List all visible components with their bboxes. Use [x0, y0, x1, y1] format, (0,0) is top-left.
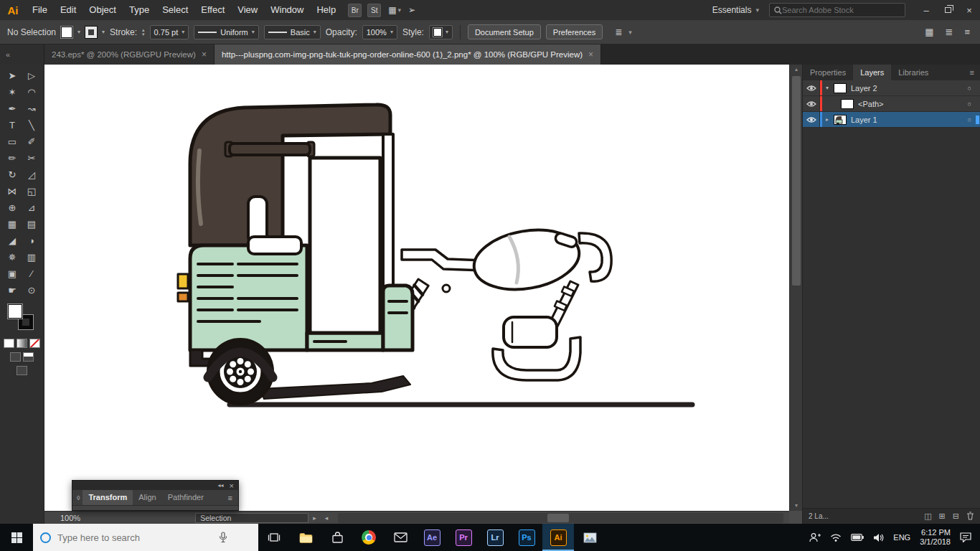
blend-tool[interactable]: ◑	[22, 232, 42, 249]
rotate-tool[interactable]: ↻	[3, 166, 22, 183]
pencil-tool[interactable]: ✏	[3, 150, 22, 166]
gradient-tool[interactable]: ▤	[22, 216, 42, 232]
scale-tool[interactable]: ◿	[22, 166, 42, 183]
stroke-weight-caret-icon[interactable]: ▾	[182, 29, 184, 35]
menu-view[interactable]: View	[231, 0, 264, 20]
layer-thumbnail[interactable]	[834, 115, 847, 125]
illustrator-app[interactable]: Ai	[542, 524, 574, 551]
underbody-skid[interactable]	[260, 376, 410, 399]
spring-bolt[interactable]	[443, 285, 450, 292]
close-button[interactable]: ×	[958, 0, 980, 20]
style-dropdown[interactable]: ▾	[429, 25, 453, 39]
eyedropper-tool[interactable]: ◢	[3, 232, 22, 249]
bridge-icon[interactable]: Br	[348, 4, 362, 17]
arrange-documents-icon[interactable]: ▦	[388, 5, 396, 15]
premiere-app[interactable]: Pr	[448, 524, 479, 551]
layer-target-icon[interactable]: ○	[968, 116, 971, 123]
stroke-caret-icon[interactable]: ▾	[102, 29, 105, 35]
pen-tool[interactable]: ✒	[3, 100, 22, 117]
document-setup-button[interactable]: Document Setup	[468, 24, 541, 39]
align-options-caret-icon[interactable]: ▾	[628, 29, 632, 36]
taskbar-search[interactable]	[33, 524, 258, 551]
align-options-icon[interactable]: ≣	[615, 27, 622, 37]
volume-icon[interactable]	[873, 533, 884, 542]
horizontal-scroll-thumb[interactable]	[547, 514, 569, 522]
seat-base[interactable]	[248, 237, 301, 254]
tab-scroll-left[interactable]: «	[0, 44, 44, 65]
store-app[interactable]	[321, 524, 353, 551]
taskbar-search-input[interactable]	[57, 532, 212, 543]
shape-builder-tool[interactable]: ⊕	[3, 199, 22, 216]
network-icon[interactable]	[830, 533, 842, 542]
stroke-swatch[interactable]	[85, 27, 97, 38]
layer-thumbnail[interactable]	[834, 83, 847, 93]
type-tool[interactable]: T	[3, 117, 22, 133]
panel-list-icon[interactable]: ≣	[946, 27, 953, 37]
fill-stroke-widget[interactable]	[8, 304, 37, 334]
none-button[interactable]	[29, 339, 40, 348]
selection-proxy[interactable]	[976, 116, 979, 124]
microphone-icon[interactable]	[219, 532, 227, 543]
perspective-grid-tool[interactable]: ⊿	[22, 199, 42, 216]
canvas-horizontal-scrollbar[interactable]	[338, 513, 783, 523]
menu-object[interactable]: Object	[83, 0, 123, 20]
width-profile-dropdown[interactable]: Uniform ▾	[194, 25, 259, 39]
paintbrush-tool[interactable]: ✐	[22, 133, 42, 150]
document-tab-243[interactable]: 243.eps* @ 200% (RGB/GPU Preview) ×	[44, 44, 215, 65]
mail-app[interactable]	[385, 524, 416, 551]
fill-swatch[interactable]	[61, 27, 72, 38]
draw-normal-button[interactable]	[10, 352, 21, 362]
gradient-button[interactable]	[17, 339, 27, 348]
width-profile-caret-icon[interactable]: ▾	[252, 29, 255, 35]
share-icon[interactable]: ➢	[408, 5, 415, 15]
vertical-scroll-thumb[interactable]	[792, 76, 801, 286]
mesh-tool[interactable]: ▦	[3, 216, 22, 232]
scissors-tool[interactable]: ✂	[22, 150, 42, 166]
fill-caret-icon[interactable]: ▾	[77, 29, 80, 35]
tuktuk-illustration[interactable]	[44, 65, 789, 511]
task-view-button[interactable]	[258, 524, 290, 551]
path-thumbnail[interactable]	[841, 99, 854, 109]
file-explorer-app[interactable]	[290, 524, 321, 551]
stock-search-input[interactable]	[782, 6, 890, 14]
column-graph-tool[interactable]: ▥	[22, 249, 42, 265]
front-cowl[interactable]	[469, 222, 584, 297]
transform-panel[interactable]: ◂◂ × ◊ Transform Align Pathfinder ≡	[72, 480, 239, 511]
menu-file[interactable]: File	[26, 0, 54, 20]
selection-tool[interactable]: ➤	[3, 67, 22, 84]
people-icon[interactable]	[809, 532, 821, 542]
tab-transform[interactable]: Transform	[83, 490, 133, 505]
opacity-field[interactable]: 100% ▾	[362, 25, 397, 39]
cab-door[interactable]	[310, 158, 380, 333]
menu-effect[interactable]: Effect	[194, 0, 231, 20]
panel-cycle-icon[interactable]: ◊	[72, 494, 83, 501]
opacity-caret-icon[interactable]: ▾	[390, 29, 393, 35]
layer-target-icon[interactable]: ○	[968, 100, 971, 108]
stroke-weight-field[interactable]: 0.75 pt ▾	[150, 25, 189, 39]
tab-close-icon[interactable]: ×	[588, 50, 593, 60]
current-tool-indicator[interactable]: Selection	[195, 513, 308, 523]
visibility-toggle[interactable]	[803, 80, 820, 95]
hand-tool[interactable]: ☛	[3, 282, 22, 298]
width-tool[interactable]: ⋈	[3, 183, 22, 199]
start-button[interactable]	[0, 524, 33, 551]
panel-close-icon[interactable]: ×	[230, 481, 234, 490]
visibility-toggle[interactable]	[803, 112, 820, 127]
layers-panel-menu-icon[interactable]: ≡	[970, 68, 980, 77]
chassis-linkage[interactable]	[402, 250, 484, 270]
color-button[interactable]	[4, 339, 14, 348]
magic-wand-tool[interactable]: ✶	[3, 84, 22, 100]
layer-expand-icon[interactable]: ▾	[822, 85, 832, 91]
workspace-caret-icon[interactable]: ▾	[755, 6, 759, 14]
layer-target-icon[interactable]: ○	[968, 85, 971, 92]
photoshop-app[interactable]: Ps	[511, 524, 542, 551]
zoom-level[interactable]: 100%	[60, 514, 80, 522]
curvature-tool[interactable]: ↝	[22, 100, 42, 117]
restore-button[interactable]	[937, 0, 958, 20]
tab-libraries[interactable]: Libraries	[891, 65, 936, 80]
menu-type[interactable]: Type	[123, 0, 156, 20]
visor-bar[interactable]	[230, 143, 310, 155]
make-mask-icon[interactable]: ◫	[924, 512, 931, 521]
layer-row-layer1[interactable]: ▸ Layer 1 ○	[803, 112, 980, 128]
canvas-vertical-scrollbar[interactable]: ▴ ▾	[789, 65, 802, 511]
